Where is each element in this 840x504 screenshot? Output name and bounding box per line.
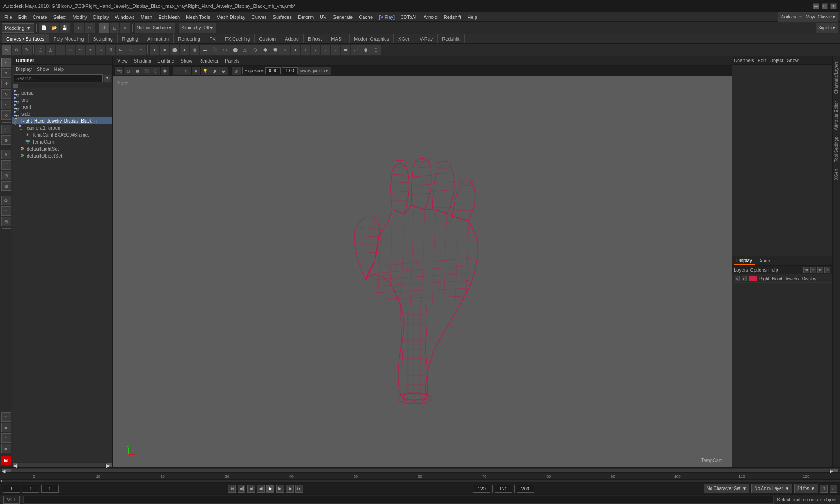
help-option[interactable]: Help xyxy=(768,267,778,273)
menu-select[interactable]: Select xyxy=(51,14,70,21)
outliner-search-input[interactable] xyxy=(14,74,103,82)
tl-scroll-track[interactable] xyxy=(11,469,829,472)
layer-set-3[interactable]: ≡ xyxy=(1,433,11,443)
boolean-btn[interactable]: ⬯ xyxy=(371,45,381,55)
menu-cache[interactable]: Cache xyxy=(356,14,375,21)
menu-curves[interactable]: Curves xyxy=(249,14,270,21)
nurbs-cone-btn[interactable]: △ xyxy=(240,45,250,55)
vp-isolate-btn[interactable]: ◎ xyxy=(232,67,241,75)
nurbs-sp-btn[interactable]: ⬤ xyxy=(230,45,240,55)
outliner-item-objectset[interactable]: ⚙ defaultObjectSet xyxy=(12,152,112,159)
rotate-tool[interactable]: ↻ xyxy=(1,89,11,99)
maximize-button[interactable]: □ xyxy=(822,3,828,9)
tab-fx[interactable]: FX xyxy=(205,34,220,43)
mode-selector[interactable]: Modeling ▼ xyxy=(2,23,34,33)
cv-curve-btn[interactable]: ◌ xyxy=(35,45,45,55)
tab-poly-modeling[interactable]: Poly Modeling xyxy=(49,34,88,43)
timeline-scrollbar[interactable]: ◀ ▶ xyxy=(0,468,840,473)
vp-cam-select[interactable]: 📷 xyxy=(115,67,123,75)
menu-surfaces[interactable]: Surfaces xyxy=(270,14,294,21)
viewport-canvas[interactable]: front xyxy=(113,76,732,467)
arc-btn[interactable]: ⌓ xyxy=(66,45,75,55)
no-live-surface-btn[interactable]: No Live Surface ▼ xyxy=(135,23,175,33)
gamma-selector[interactable]: sRGB gamma ▼ xyxy=(298,67,331,75)
tab-sculpting[interactable]: Sculpting xyxy=(89,34,118,43)
show-tab[interactable]: Show xyxy=(787,58,799,63)
torus-btn[interactable]: ◎ xyxy=(190,45,200,55)
tab-curves-surfaces[interactable]: Curves / Surfaces xyxy=(2,34,49,43)
scroll-left[interactable]: ◀ xyxy=(13,463,18,467)
tool-settings-vert[interactable]: Tool Settings xyxy=(833,133,840,165)
move-tool[interactable]: ✛ xyxy=(1,79,11,88)
nurbs-cyl-btn[interactable]: ⬭ xyxy=(220,45,230,55)
vp-shaded-btn[interactable]: ⬢ xyxy=(161,67,169,75)
vp-lights-btn[interactable]: 💡 xyxy=(201,67,210,75)
menu-vray[interactable]: [V-Ray] xyxy=(376,14,397,21)
select-tool[interactable]: ↖ xyxy=(1,58,11,67)
snap-view[interactable]: ⊞ xyxy=(1,181,11,191)
scroll-right[interactable]: ▶ xyxy=(106,463,112,467)
tl-scroll-right[interactable]: ▶ xyxy=(830,469,838,472)
menu-arnold[interactable]: Arnold xyxy=(421,14,440,21)
attr-ed-btn[interactable]: ⊟ xyxy=(1,217,11,226)
tab-xgen[interactable]: XGen xyxy=(394,34,415,43)
sweep-btn[interactable]: ⬪ xyxy=(321,45,330,55)
menu-redshift[interactable]: Redshift xyxy=(441,14,464,21)
open-file-btn[interactable]: 📂 xyxy=(49,23,59,33)
paint-tool[interactable]: ✎ xyxy=(1,68,11,78)
mel-label[interactable]: MEL xyxy=(4,496,20,504)
menu-windows[interactable]: Windows xyxy=(112,14,137,21)
prev-frame-btn[interactable]: ◀ xyxy=(247,485,255,493)
gamma-input[interactable] xyxy=(282,67,298,74)
birail-btn[interactable]: ⬢ xyxy=(260,45,270,55)
anim-tab[interactable]: Anim xyxy=(756,257,773,264)
boundary-btn[interactable]: ⬣ xyxy=(270,45,280,55)
outliner-scroll-up[interactable] xyxy=(13,84,18,88)
play-fwd-btn[interactable]: ▶ xyxy=(266,485,274,493)
menu-generate[interactable]: Generate xyxy=(330,14,355,21)
timeline-track[interactable] xyxy=(0,480,840,482)
cylinder-btn[interactable]: ⬤ xyxy=(170,45,179,55)
sphere-btn[interactable]: ● xyxy=(150,45,159,55)
vp-menu-shading[interactable]: Shading xyxy=(131,57,154,64)
tab-animation[interactable]: Animation xyxy=(143,34,174,43)
outliner-item-persp[interactable]: ▶ 📷 persp xyxy=(12,89,112,96)
tab-vray[interactable]: V-Ray xyxy=(415,34,438,43)
anim-end-input[interactable] xyxy=(495,485,512,493)
object-tab[interactable]: Object xyxy=(769,58,783,63)
plane-btn[interactable]: ▬ xyxy=(200,45,210,55)
tab-rigging[interactable]: Rigging xyxy=(118,34,143,43)
outliner-display[interactable]: Display xyxy=(14,66,33,73)
channels-tab[interactable]: Channels xyxy=(734,58,754,63)
outliner-bottom-scroll[interactable]: ◀ ▶ xyxy=(12,462,112,467)
tl-scroll-left[interactable]: ◀ xyxy=(2,469,10,472)
save-file-btn[interactable]: 💾 xyxy=(60,23,70,33)
menu-create[interactable]: Create xyxy=(30,14,50,21)
tab-bifrost[interactable]: Bifrost xyxy=(304,34,326,43)
close-button[interactable]: ✕ xyxy=(830,3,836,9)
select-tool-btn[interactable]: ↖ xyxy=(2,45,11,55)
tab-mash[interactable]: MASH xyxy=(326,34,350,43)
redo-btn[interactable]: ↪ xyxy=(85,23,94,33)
no-anim-layer-dropdown[interactable]: No Anim Layer ▼ xyxy=(751,484,792,494)
new-file-btn[interactable]: 📄 xyxy=(39,23,49,33)
menu-edit[interactable]: Edit xyxy=(16,14,29,21)
outliner-item-lightset[interactable]: ⚙ defaultLightSet xyxy=(12,145,112,152)
go-start-btn[interactable]: ⏮ xyxy=(228,485,236,493)
minimize-button[interactable]: — xyxy=(813,3,819,9)
vp-grid-btn[interactable]: # xyxy=(173,67,182,75)
soft-sel-tool[interactable]: ◌ xyxy=(1,125,11,134)
symmetry-btn[interactable]: Symmetry: Off ▼ xyxy=(179,23,216,33)
curvefreeform-btn[interactable]: ⌘ xyxy=(106,45,116,55)
go-end-btn[interactable]: ⏭ xyxy=(295,485,303,493)
tl-extra-1[interactable]: ⎍ xyxy=(820,485,828,493)
vp-wire-btn[interactable]: ⬡ xyxy=(151,67,160,75)
snap-curve[interactable]: ⌒ xyxy=(1,160,11,170)
layers-option[interactable]: Layers xyxy=(734,267,748,273)
outliner-item-tempcam-target[interactable]: ✶ TempCamFBXASC046Target xyxy=(12,131,112,138)
attr-editor-vert[interactable]: Attribute Editor xyxy=(833,98,840,133)
exposure-input[interactable] xyxy=(265,67,281,74)
next-key-btn[interactable]: |▶ xyxy=(286,485,294,493)
outliner-search-dropdown[interactable]: ▼ xyxy=(104,75,111,82)
workspace-dropdown[interactable]: Workspace : Maya Classic ▼ xyxy=(778,12,838,22)
